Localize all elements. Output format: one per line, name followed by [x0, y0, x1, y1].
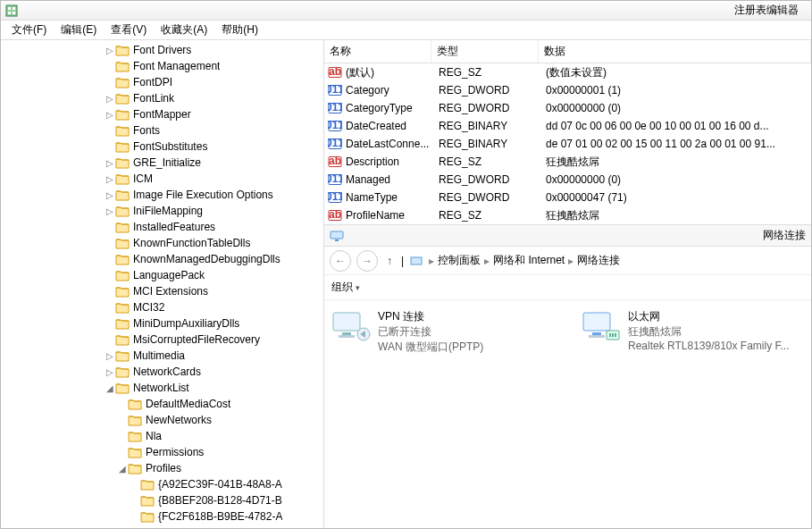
menu-fav[interactable]: 收藏夹(A) [154, 21, 214, 39]
tree-item[interactable]: DefaultMediaCost [1, 396, 323, 412]
tree-pane[interactable]: ▷Font DriversFont ManagementFontDPI▷Font… [1, 40, 324, 528]
tree-item[interactable]: InstalledFeatures [1, 219, 323, 235]
expander-icon[interactable]: ▷ [105, 158, 115, 168]
registry-value-row[interactable]: 011DateLastConne...REG_BINARYde 07 01 00… [324, 135, 811, 153]
col-data[interactable]: 数据 [539, 40, 811, 63]
tree-item[interactable]: ▷FontLink [1, 90, 323, 106]
registry-value-row[interactable]: abProfileNameREG_SZ狂拽酷炫屌 [324, 206, 811, 224]
col-name[interactable]: 名称 [324, 40, 431, 63]
tree-item[interactable]: FontSubstitutes [1, 139, 323, 155]
registry-value-row[interactable]: 011ManagedREG_DWORD0x00000000 (0) [324, 171, 811, 189]
tree-item[interactable]: NewNetworks [1, 412, 323, 428]
string-value-icon: ab [328, 155, 342, 169]
tree-item[interactable]: ◢NetworkList [1, 380, 323, 396]
tree-item[interactable]: ◢Profiles [1, 460, 323, 476]
tree-item[interactable]: ▷ICM [1, 171, 323, 187]
folder-icon [115, 237, 130, 249]
connection-item[interactable]: VPN 连接已断开连接WAN 微型端口(PPTP) [330, 309, 553, 355]
expander-icon[interactable]: ◢ [117, 464, 128, 474]
crumb-2[interactable]: 网络连接 [577, 253, 620, 268]
col-type[interactable]: 类型 [431, 40, 539, 63]
tree-item[interactable]: Nla [1, 428, 323, 444]
value-data: 狂拽酷炫屌 [546, 208, 811, 223]
registry-value-row[interactable]: 011DateCreatedREG_BINARYdd 07 0c 00 06 0… [324, 117, 811, 135]
tree-item[interactable]: ▷GRE_Initialize [1, 155, 323, 171]
tree-item[interactable]: MsiCorruptedFileRecovery [1, 332, 323, 348]
menu-view[interactable]: 查看(V) [104, 21, 154, 39]
folder-icon [115, 269, 130, 281]
tree-label: GRE_Initialize [133, 156, 201, 169]
expander-icon[interactable]: ▷ [105, 351, 115, 361]
tree-item[interactable]: MiniDumpAuxiliaryDlls [1, 315, 323, 332]
registry-value-row[interactable]: 011CategoryTypeREG_DWORD0x00000000 (0) [324, 99, 811, 117]
tree-item[interactable]: ▷FontMapper [1, 106, 323, 122]
svg-rect-30 [583, 313, 610, 331]
value-data: 0x00000047 (71) [546, 191, 811, 204]
string-value-icon: ab [328, 208, 342, 223]
expander-icon[interactable]: ▷ [105, 367, 115, 377]
value-name: Category [346, 84, 439, 97]
tree-label: Image File Execution Options [133, 189, 273, 201]
folder-icon [115, 140, 130, 153]
tree-label: NetworkList [133, 382, 189, 394]
tree-item[interactable]: ▷Font Drivers [1, 42, 323, 58]
tree-item[interactable]: {B8BEF208-B128-4D71-B [1, 492, 323, 508]
svg-rect-23 [331, 231, 343, 239]
tree-item[interactable]: ▷Image File Execution Options [1, 187, 323, 203]
organize-button[interactable]: 组织 [331, 280, 360, 295]
crumb-0[interactable]: 控制面板 [438, 253, 481, 268]
menu-edit[interactable]: 编辑(E) [54, 21, 104, 39]
tree-item[interactable]: KnownFunctionTableDlls [1, 235, 323, 251]
list-header[interactable]: 名称 类型 数据 [324, 40, 811, 63]
tree-item[interactable]: KnownManagedDebuggingDlls [1, 251, 323, 267]
expander-icon[interactable]: ▷ [105, 206, 115, 216]
breadcrumb[interactable]: ▸控制面板 ▸网络和 Internet ▸网络连接 [429, 253, 620, 268]
svg-rect-4 [13, 12, 15, 14]
expander-icon[interactable]: ▷ [105, 94, 115, 104]
tree-item[interactable]: ▷NetworkCards [1, 364, 323, 380]
registry-value-row[interactable]: 011NameTypeREG_DWORD0x00000047 (71) [324, 189, 811, 206]
tree-item[interactable]: Font Management [1, 58, 323, 74]
menu-file[interactable]: 文件(F) [4, 21, 54, 39]
registry-value-row[interactable]: abDescriptionREG_SZ狂拽酷炫屌 [324, 153, 811, 171]
tree-item[interactable]: {FC2F618B-B9BE-4782-A [1, 508, 323, 525]
svg-text:011: 011 [328, 101, 342, 113]
tree-item[interactable]: LanguagePack [1, 267, 323, 283]
tree-item[interactable]: Permissions [1, 444, 323, 460]
folder-icon [115, 44, 130, 56]
expander-icon[interactable]: ◢ [105, 383, 115, 393]
nav-forward[interactable]: → [356, 250, 378, 272]
value-data: 0x00000001 (1) [546, 84, 811, 97]
expander-icon[interactable]: ▷ [105, 174, 115, 184]
tree-item[interactable]: MCI Extensions [1, 283, 323, 299]
crumb-1[interactable]: 网络和 Internet [493, 253, 565, 268]
expander-icon[interactable]: ▷ [105, 190, 115, 200]
tree-item[interactable]: FontDPI [1, 74, 323, 90]
expander-icon[interactable]: ▷ [105, 46, 115, 55]
network-folder-icon [409, 254, 423, 268]
menu-help[interactable]: 帮助(H) [214, 21, 265, 39]
tree-label: FontLink [133, 92, 174, 105]
value-type: REG_DWORD [439, 191, 546, 204]
tree-item[interactable]: MCI32 [1, 299, 323, 315]
expander-icon[interactable]: ▷ [105, 110, 115, 120]
tree-item[interactable]: ▷IniFileMapping [1, 203, 323, 219]
tree-item[interactable]: {A92EC39F-041B-48A8-A [1, 476, 323, 492]
menubar: 文件(F) 编辑(E) 查看(V) 收藏夹(A) 帮助(H) [1, 21, 811, 40]
registry-value-row[interactable]: 011CategoryREG_DWORD0x00000001 (1) [324, 81, 811, 99]
window-title: 注册表编辑器 [22, 3, 808, 18]
value-type: REG_SZ [439, 155, 546, 168]
connection-detail: Realtek RTL8139/810x Family F... [628, 340, 790, 352]
regedit-icon [4, 4, 19, 18]
connection-detail: WAN 微型端口(PPTP) [378, 340, 483, 355]
tree-item[interactable]: Fonts [1, 122, 323, 139]
tree-item[interactable]: ▷Multimedia [1, 348, 323, 364]
registry-value-row[interactable]: ab(默认)REG_SZ(数值未设置) [324, 63, 811, 81]
nav-back[interactable]: ← [330, 250, 351, 272]
nav-up[interactable]: ↑ [383, 255, 396, 267]
svg-rect-25 [411, 257, 422, 264]
svg-rect-1 [8, 7, 11, 10]
binary-value-icon: 011 [328, 119, 342, 133]
connection-item[interactable]: 以太网狂拽酷炫屌Realtek RTL8139/810x Family F... [580, 309, 803, 352]
value-data: (数值未设置) [546, 65, 811, 80]
